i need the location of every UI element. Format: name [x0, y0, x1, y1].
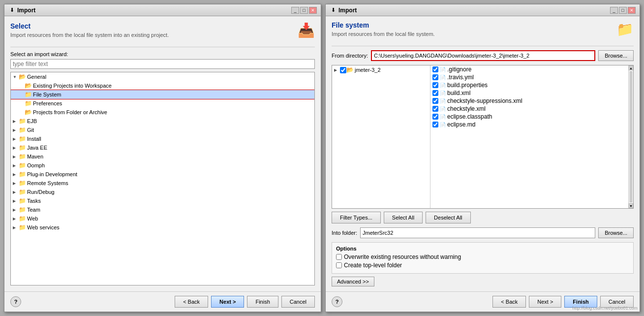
tree-item-web-services[interactable]: ▶ 📁 Web services: [11, 223, 314, 232]
create-top-level-checkbox[interactable]: [336, 262, 342, 268]
tree-label-javaee: Java EE: [27, 145, 47, 151]
left-finish-button[interactable]: Finish: [247, 296, 278, 308]
from-directory-browse-button[interactable]: Browse...: [598, 50, 634, 61]
scrollbar-up[interactable]: ▲: [629, 65, 633, 70]
file-checkbox-eclipse-md[interactable]: [432, 122, 438, 127]
file-icon-build-xml: 📄: [440, 91, 446, 96]
file-label-checkstyle-sup: checkstyle-suppressions.xml: [447, 97, 522, 104]
tree-arrow-git: ▶: [13, 128, 19, 132]
right-next-button[interactable]: Next >: [529, 296, 561, 308]
tree-item-javaee[interactable]: ▶ 📁 Java EE: [11, 143, 314, 152]
from-directory-row: From directory: Browse...: [332, 50, 634, 61]
tree-item-maven[interactable]: ▶ 📁 Maven: [11, 152, 314, 161]
tree-item-install[interactable]: ▶ 📁 Install: [11, 134, 314, 143]
tree-item-remote-systems[interactable]: ▶ 📁 Remote Systems: [11, 179, 314, 188]
file-tree-item-jmeter[interactable]: ▶ 📂 jmeter-3_2: [332, 65, 430, 74]
folder-icon-javaee: 📁: [19, 144, 26, 151]
left-help-button[interactable]: ?: [10, 296, 21, 307]
right-maximize-button[interactable]: □: [619, 7, 627, 14]
right-minimize-button[interactable]: _: [610, 7, 618, 14]
left-title-controls: _ □ ✕: [291, 7, 317, 14]
tree-arrow-team: ▶: [13, 208, 19, 212]
file-tree-checkbox-jmeter[interactable]: [340, 67, 346, 73]
right-section-title: File system: [332, 21, 634, 29]
left-maximize-button[interactable]: □: [300, 7, 308, 14]
tree-label-team: Team: [27, 207, 40, 213]
tree-arrow-plugin-dev: ▶: [13, 172, 19, 177]
tree-item-general[interactable]: ▼ 📂 General: [11, 72, 314, 81]
tree-item-oomph[interactable]: ▶ 📁 Oomph: [11, 161, 314, 170]
tree-item-run-debug[interactable]: ▶ 📁 Run/Debug: [11, 188, 314, 196]
file-checkbox-build-xml[interactable]: [432, 90, 438, 96]
tree-label-ejb: EJB: [27, 118, 37, 124]
filter-types-button[interactable]: Filter Types...: [332, 212, 381, 223]
tree-arrow-install: ▶: [13, 137, 19, 141]
right-dialog-icon: ⬇: [330, 7, 337, 14]
file-checkbox-travis[interactable]: [432, 74, 438, 80]
left-cancel-button[interactable]: Cancel: [281, 296, 315, 308]
file-checkbox-checkstyle-sup[interactable]: [432, 98, 438, 104]
left-next-button[interactable]: Next >: [211, 296, 244, 308]
file-item-checkstyle-sup: 📄 checkstyle-suppressions.xml: [430, 97, 628, 105]
folder-icon-git: 📁: [19, 126, 26, 133]
overwrite-checkbox[interactable]: [336, 254, 342, 260]
folder-icon-remote-systems: 📁: [19, 180, 26, 187]
tree-label-remote-systems: Remote Systems: [27, 180, 68, 186]
left-minimize-button[interactable]: _: [291, 7, 299, 14]
file-checkbox-build-props[interactable]: [432, 82, 438, 88]
tree-item-tasks[interactable]: ▶ 📁 Tasks: [11, 196, 314, 205]
into-folder-input[interactable]: [360, 227, 595, 238]
deselect-all-button[interactable]: Deselect All: [426, 212, 470, 223]
into-folder-browse-button[interactable]: Browse...: [598, 227, 634, 238]
tree-item-ejb[interactable]: ▶ 📁 EJB: [11, 117, 314, 126]
left-dialog-title: Import: [17, 7, 35, 14]
scrollbar-down[interactable]: ▼: [629, 203, 633, 208]
file-label-checkstyle: checkstyle.xml: [447, 105, 486, 112]
file-panel-scrollbar[interactable]: ▲ ▼: [628, 65, 633, 208]
file-item-eclipse-md: 📄 eclipse.md: [430, 121, 628, 128]
right-title-bar-left: ⬇ Import: [330, 7, 357, 14]
file-tree-label-jmeter: jmeter-3_2: [355, 67, 381, 73]
from-directory-input[interactable]: [371, 50, 595, 61]
scrollbar-thumb[interactable]: [630, 71, 632, 202]
tree-label-install: Install: [27, 136, 41, 142]
right-close-button[interactable]: ✕: [628, 7, 636, 14]
tree-item-plugin-dev[interactable]: ▶ 📁 Plug-in Development: [11, 170, 314, 179]
tree-arrow-maven: ▶: [13, 155, 19, 159]
options-title: Options: [336, 246, 629, 252]
create-top-level-label: Create top-level folder: [344, 262, 402, 269]
action-buttons-row: Filter Types... Select All Deselect All: [332, 212, 634, 223]
left-section-title: Select: [10, 22, 315, 30]
advanced-button[interactable]: Advanced >>: [332, 277, 374, 286]
file-checkbox-checkstyle[interactable]: [432, 106, 438, 112]
left-close-button[interactable]: ✕: [309, 7, 317, 14]
tree-label-filesystem: File System: [33, 92, 61, 97]
right-help-button[interactable]: ?: [332, 296, 342, 307]
left-title-bar-left: ⬇ Import: [8, 7, 35, 14]
file-checkbox-gitignore[interactable]: [432, 66, 438, 72]
file-item-travis: 📄 .travis.yml: [430, 73, 628, 81]
file-item-build-props: 📄 build.properties: [430, 81, 628, 89]
wizard-tree: ▼ 📂 General 📂 Existing Projects into Wor…: [10, 72, 315, 285]
tree-item-git[interactable]: ▶ 📁 Git: [11, 126, 314, 134]
tree-item-preferences[interactable]: 📁 Preferences: [11, 99, 314, 108]
tree-arrow-remote-systems: ▶: [13, 181, 19, 186]
file-checkbox-eclipse-classpath[interactable]: [432, 114, 438, 120]
file-label-eclipse-md: eclipse.md: [447, 121, 475, 128]
file-label-gitignore: .gitignore: [447, 66, 471, 73]
tree-item-existing-projects[interactable]: 📂 Existing Projects into Workspace: [11, 81, 314, 90]
filter-input[interactable]: [10, 59, 315, 69]
from-directory-label: From directory:: [332, 53, 368, 59]
tree-item-web[interactable]: ▶ 📁 Web: [11, 214, 314, 223]
tree-item-team[interactable]: ▶ 📁 Team: [11, 205, 314, 214]
select-all-button[interactable]: Select All: [384, 212, 423, 223]
right-back-button[interactable]: < Back: [492, 296, 526, 308]
tree-arrow-web: ▶: [13, 217, 19, 221]
left-back-button[interactable]: < Back: [175, 296, 208, 308]
tree-item-projects-folder[interactable]: 📂 Projects from Folder or Archive: [11, 108, 314, 117]
tree-item-file-system[interactable]: 📁 File System: [11, 90, 314, 99]
file-icon-eclipse-md: 📄: [440, 122, 446, 127]
folder-icon-web: 📁: [19, 215, 26, 222]
tree-icon-projects-folder: 📂: [25, 109, 31, 116]
folder-icon-ejb: 📁: [19, 118, 26, 125]
